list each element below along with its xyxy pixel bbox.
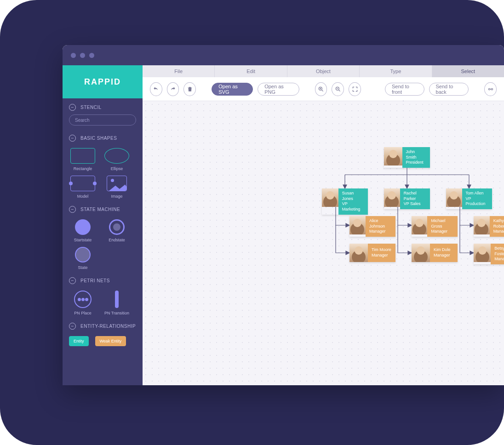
org-node-m6[interactable]: Betsy FosterManager [474, 244, 504, 264]
open-svg-button[interactable]: Open as SVG [212, 83, 253, 96]
pn-transition-icon [115, 291, 119, 308]
org-node-m2[interactable]: Tim MooreManager [349, 244, 395, 262]
collapse-icon: − [69, 104, 76, 111]
avatar [474, 216, 490, 234]
collapse-icon: − [69, 206, 76, 213]
menu-select[interactable]: Select [432, 65, 504, 77]
org-node-root[interactable]: John SmithPresident [384, 147, 430, 168]
rectangle-icon [70, 148, 95, 164]
weak-entity-icon: Weak Entity [95, 336, 126, 346]
send-to-front-button[interactable]: Send to front [385, 83, 424, 96]
org-node-m4[interactable]: Kim DoleManager [412, 244, 458, 262]
zoom-in-icon [318, 86, 324, 92]
menu-type[interactable]: Type [360, 65, 432, 77]
redo-icon [170, 86, 176, 92]
collapse-icon: − [69, 323, 76, 330]
avatar [446, 188, 462, 207]
shape-state[interactable]: State [69, 247, 97, 270]
shape-weak-entity[interactable]: Weak Entity [95, 336, 126, 346]
section-entity-relationship[interactable]: − ENTITY-RELATIONSHIP [63, 317, 143, 333]
delete-button[interactable] [183, 82, 196, 96]
menu-object[interactable]: Object [287, 65, 360, 77]
pn-place-icon [74, 291, 92, 308]
model-icon [70, 176, 95, 191]
image-icon [107, 176, 127, 191]
canvas[interactable]: John SmithPresident Susan JonesVP Market… [143, 101, 504, 385]
org-node-m5[interactable]: Kathy RobertsManager [474, 216, 504, 237]
shape-image[interactable]: Image [103, 176, 131, 199]
stencil-header[interactable]: − STENCIL [63, 98, 143, 114]
avatar [322, 188, 338, 207]
avatar [412, 216, 427, 234]
menu-file[interactable]: File [143, 65, 215, 77]
shape-startstate[interactable]: Startstate [69, 219, 97, 242]
trash-icon [187, 86, 193, 92]
window-close-dot[interactable] [71, 53, 76, 58]
avatar [384, 188, 400, 207]
window-max-dot[interactable] [89, 53, 94, 58]
avatar [412, 244, 430, 262]
state-icon [75, 247, 91, 262]
ellipse-icon [104, 148, 129, 164]
org-node-vp2[interactable]: Rachel ParkerVP Sales [384, 188, 430, 209]
window-min-dot[interactable] [80, 53, 85, 58]
svg-point-3 [491, 88, 493, 90]
more-button[interactable] [484, 82, 497, 96]
window-titlebar [63, 45, 504, 65]
shape-rectangle[interactable]: Rectangle [69, 148, 97, 171]
org-node-m3[interactable]: Michael GrossManager [412, 216, 458, 237]
stencil-label: STENCIL [80, 105, 102, 110]
search-input[interactable] [69, 114, 136, 126]
shape-ellipse[interactable]: Ellipse [103, 148, 131, 171]
redo-button[interactable] [167, 82, 179, 96]
shape-entity[interactable]: Entity [69, 336, 89, 346]
section-state-machine[interactable]: − STATE MACHINE [63, 200, 143, 217]
shape-model[interactable]: Model [69, 176, 97, 199]
zoom-in-button[interactable] [315, 82, 327, 96]
avatar [349, 244, 368, 262]
shape-pn-place[interactable]: PN Place [69, 291, 97, 315]
link-icon [487, 86, 494, 92]
undo-button[interactable] [150, 82, 162, 96]
menu-edit[interactable]: Edit [215, 65, 287, 77]
shape-endstate[interactable]: Endstate [103, 219, 131, 242]
fit-button[interactable] [349, 82, 361, 96]
org-node-m1[interactable]: Alice JohnsonManager [349, 216, 395, 237]
section-basic-shapes[interactable]: − BASIC SHAPES [63, 129, 143, 145]
avatar [349, 216, 366, 234]
toolbar: Open as SVG Open as PNG Send to front Se… [143, 77, 504, 101]
brand-logo: RAPPID [63, 65, 143, 98]
collapse-icon: − [69, 135, 76, 142]
open-png-button[interactable]: Open as PNG [258, 83, 299, 96]
entity-icon: Entity [69, 336, 89, 346]
org-node-vp1[interactable]: Susan JonesVP Marketing [322, 188, 368, 215]
avatar [474, 244, 491, 262]
sidebar: RAPPID − STENCIL − BASIC SHAPES Rectangl… [63, 65, 143, 385]
send-to-back-button[interactable]: Send to back [429, 83, 469, 96]
svg-point-2 [488, 88, 490, 90]
fit-icon [352, 86, 358, 92]
org-node-vp3[interactable]: Tom AllenVP Production [446, 188, 492, 209]
zoom-out-icon [335, 86, 341, 92]
zoom-out-button[interactable] [332, 82, 344, 96]
menubar: File Edit Object Type Select [143, 65, 504, 77]
section-petri-nets[interactable]: − PETRI NETS [63, 272, 143, 288]
avatar [384, 147, 402, 165]
startstate-icon [75, 219, 91, 235]
collapse-icon: − [69, 277, 76, 284]
shape-pn-transition[interactable]: PN Transition [103, 291, 131, 315]
endstate-icon [109, 219, 125, 235]
undo-icon [153, 86, 159, 92]
